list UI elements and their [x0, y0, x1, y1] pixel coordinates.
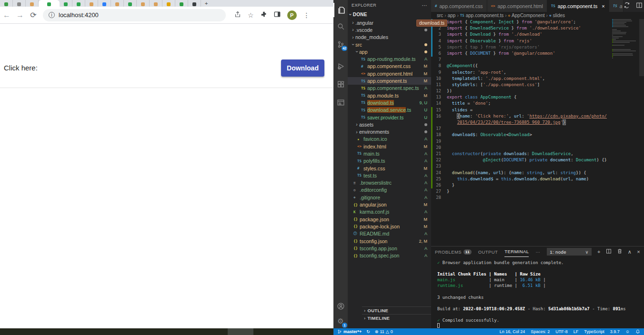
tree-find-widget[interactable]: download.ts	[416, 20, 447, 27]
tree-item-README.md[interactable]: ⓘREADME.mdA	[348, 230, 431, 237]
tree-item-node_modules[interactable]: ›node_modules	[348, 34, 431, 41]
breadcrumb[interactable]: src›app›TSapp.component.ts›◇AppComponent…	[431, 12, 644, 19]
tree-item-app.component.ts[interactable]: TSapp.component.tsM	[348, 77, 431, 84]
browser-preview-icon[interactable]	[333, 95, 348, 109]
editor-scrollbar[interactable]	[639, 19, 644, 76]
sidebar-more-icon[interactable]: ⋯	[422, 2, 427, 9]
panel-more-icon[interactable]: ⋯	[535, 246, 540, 257]
status-item[interactable]: 3.9.7	[610, 329, 620, 334]
breadcrumb-item[interactable]: src	[437, 13, 443, 18]
tree-item-favicon.ico[interactable]: ★favicon.icoA	[348, 136, 431, 143]
tree-item-app.component.html[interactable]: <>app.component.htmlM	[348, 70, 431, 77]
tree-item-main.ts[interactable]: TSmain.tsA	[348, 150, 431, 157]
browser-tab[interactable]	[150, 0, 162, 7]
tree-item-src[interactable]: ›src	[348, 41, 431, 48]
tree-item-assets[interactable]: ›assets	[348, 121, 431, 128]
tree-item-app.component.spec.ts[interactable]: TSapp.component.spec.tsA	[348, 85, 431, 92]
git-branch-status[interactable]: master*+	[337, 329, 362, 334]
browser-tab[interactable]	[39, 0, 60, 7]
tree-item-.editorconfig[interactable]: ⚙.editorconfigA	[348, 187, 431, 194]
browser-tab[interactable]	[13, 0, 26, 7]
run-debug-icon[interactable]	[333, 59, 348, 73]
status-item[interactable]: LF	[574, 329, 579, 334]
close-tab-icon[interactable]: ×	[602, 3, 604, 9]
editor-tab-a[interactable]: TSa	[609, 0, 624, 12]
tree-item-app.component.css[interactable]: #app.component.cssM	[348, 63, 431, 70]
tree-item-tsconfig.json[interactable]: {}tsconfig.json2, M	[348, 237, 431, 245]
feedback-icon[interactable]: ☺	[625, 329, 630, 334]
maximize-panel-icon[interactable]: ∧	[628, 249, 632, 255]
terminal-select[interactable]: 1: node ∨	[547, 248, 592, 256]
breadcrumb-item[interactable]: slides	[553, 13, 565, 18]
tree-item-download.service.ts[interactable]: TSdownload.service.tsU	[348, 107, 431, 114]
tree-item-angular.json[interactable]: {}angular.jsonM	[348, 201, 431, 208]
browser-tab[interactable]	[175, 0, 188, 7]
editor-tab-app.component.ts[interactable]: TSapp.component.ts×	[547, 0, 609, 12]
source-control-icon[interactable]: 42	[333, 37, 348, 51]
tree-item-tsconfig.app.json[interactable]: {}tsconfig.app.jsonA	[348, 245, 431, 252]
status-item[interactable]: Ln 16, Col 24	[500, 329, 525, 334]
new-terminal-icon[interactable]: +	[597, 249, 601, 255]
os-taskbar[interactable]	[0, 328, 333, 335]
browser-tab[interactable]	[188, 0, 201, 7]
site-info-icon[interactable]: i	[49, 12, 55, 18]
explorer-icon[interactable]	[333, 3, 348, 17]
tree-item-package-lock.json[interactable]: {}package-lock.jsonM	[348, 223, 431, 230]
tree-item-styles.css[interactable]: #styles.cssM	[348, 165, 431, 172]
address-bar[interactable]: i localhost:4200	[43, 9, 226, 21]
tree-item-download.ts[interactable]: TSdownload.ts9, U	[348, 99, 431, 106]
problems-status[interactable]: ⊗ 11 △ 0	[375, 329, 393, 334]
status-item[interactable]: TypeScript	[584, 329, 604, 334]
tab-output[interactable]: OUTPUT	[478, 246, 498, 257]
browser-tab[interactable]	[124, 0, 137, 7]
tree-item-saver.provider.ts[interactable]: TSsaver.provider.tsU	[348, 114, 431, 121]
status-item[interactable]: Spaces: 2	[531, 329, 550, 334]
status-item[interactable]: UTF-8	[555, 329, 568, 334]
tree-item-index.html[interactable]: <>index.htmlM	[348, 143, 431, 150]
breadcrumb-item[interactable]: AppComponent	[512, 13, 545, 18]
back-icon[interactable]: ←	[0, 11, 13, 20]
browser-menu-icon[interactable]: ⋮	[303, 11, 310, 19]
extensions-icon[interactable]	[333, 77, 348, 91]
tree-item-test.ts[interactable]: TStest.tsA	[348, 172, 431, 179]
tree-item-.gitignore[interactable]: ◆.gitignoreA	[348, 194, 431, 201]
bell-icon[interactable]	[635, 329, 640, 334]
browser-tab[interactable]	[111, 0, 124, 7]
minimap[interactable]	[612, 19, 638, 60]
browser-tab-strip[interactable]: +	[0, 0, 333, 7]
bookmark-star-icon[interactable]: ☆	[248, 11, 254, 19]
tree-item-app.module.ts[interactable]: TSapp.module.tsM	[348, 92, 431, 99]
browser-tab[interactable]	[85, 0, 98, 7]
close-panel-icon[interactable]: ×	[637, 249, 640, 255]
download-button[interactable]: Download	[281, 59, 324, 77]
profile-avatar[interactable]: P	[287, 10, 297, 20]
tab-terminal[interactable]: TERMINAL	[504, 246, 529, 257]
code-area[interactable]: 1import { Component, Inject } from '@ang…	[431, 19, 612, 246]
side-panel-icon[interactable]	[274, 11, 281, 19]
tree-item-app-routing.module.ts[interactable]: TSapp-routing.module.tsA	[348, 55, 431, 62]
taskbar-item[interactable]	[228, 328, 253, 335]
new-tab-button[interactable]: +	[201, 0, 211, 7]
settings-gear-icon[interactable]: ⚙ 1	[333, 314, 348, 328]
tab-problems[interactable]: PROBLEMS11	[435, 246, 472, 257]
sync-status-icon[interactable]: ↻	[366, 329, 370, 334]
tree-item-environments[interactable]: ›environments	[348, 128, 431, 135]
browser-tab[interactable]	[162, 0, 175, 7]
browser-tab[interactable]	[72, 0, 85, 7]
browser-tab[interactable]	[0, 0, 13, 7]
reload-icon[interactable]: ⟳	[27, 10, 40, 20]
share-icon[interactable]	[234, 11, 241, 19]
editor-tab-app.component.css[interactable]: #app.component.css	[431, 0, 487, 12]
tree-item-tsconfig.spec.json[interactable]: {}tsconfig.spec.jsonA	[348, 252, 431, 259]
terminal-output[interactable]: ✓ Browser application bundle generation …	[437, 260, 639, 326]
browser-tab[interactable]	[98, 0, 111, 7]
tree-item-.browserslistrc[interactable]: ≡.browserslistrcA	[348, 179, 431, 187]
open-changes-icon[interactable]	[624, 2, 630, 10]
tree-item-karma.conf.js[interactable]: Kkarma.conf.jsA	[348, 208, 431, 216]
split-editor-icon[interactable]	[636, 2, 643, 10]
browser-tab[interactable]	[137, 0, 150, 7]
tree-item-app[interactable]: ›app	[348, 48, 431, 55]
extension-icon[interactable]	[261, 11, 267, 19]
split-terminal-icon[interactable]	[606, 248, 612, 255]
breadcrumb-item[interactable]: app	[448, 13, 456, 18]
